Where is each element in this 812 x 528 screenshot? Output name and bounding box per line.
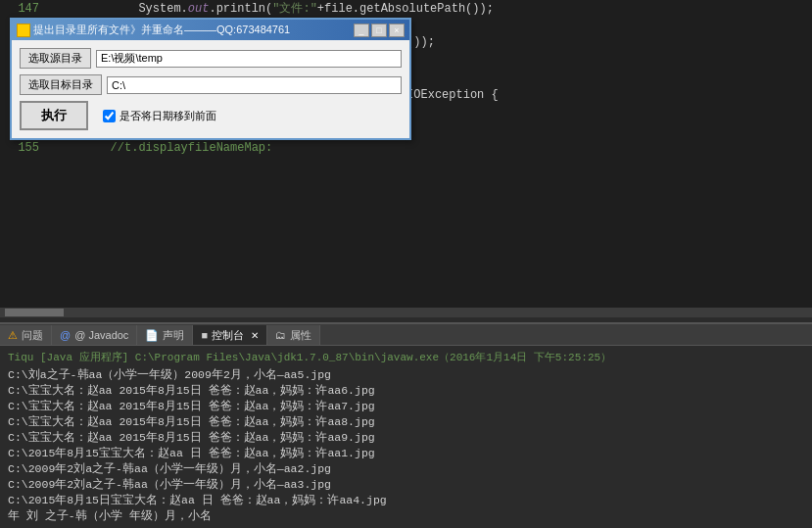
source-dir-input[interactable] bbox=[96, 50, 402, 68]
console-line-1: C:\宝宝大名：赵aa 2015年8月15日 爸爸：赵aa，妈妈：许aa6.jp… bbox=[8, 383, 804, 399]
console-output: Tiqu [Java 应用程序] C:\Program Files\Java\j… bbox=[0, 346, 812, 528]
tab-javadoc[interactable]: @ @ Javadoc bbox=[52, 325, 137, 345]
dialog-maximize-btn[interactable]: □ bbox=[371, 24, 387, 37]
tab-javadoc-label: @ Javadoc bbox=[74, 329, 128, 341]
line-number-155: 155 bbox=[0, 141, 49, 155]
console-line-9: 年 刘 之子-韩（小学 年级）月，小名 bbox=[8, 508, 804, 524]
dest-dir-input[interactable] bbox=[107, 76, 402, 94]
horizontal-scrollbar[interactable] bbox=[0, 308, 812, 317]
tab-properties-label: 属性 bbox=[290, 328, 311, 343]
dialog-app-icon bbox=[17, 24, 30, 37]
console-line-6: C:\2009年2刘a之子-韩aa（小学一年级）月，小名—aa2.jpg bbox=[8, 461, 804, 477]
dest-dir-row: 选取目标目录 bbox=[20, 74, 402, 95]
execute-row: 执行 是否将日期移到前面 bbox=[20, 101, 402, 130]
code-line-155: 155 //t.displayfileNameMap: bbox=[0, 141, 812, 159]
tab-properties[interactable]: 🗂 属性 bbox=[267, 325, 320, 345]
select-dest-btn[interactable]: 选取目标目录 bbox=[20, 74, 102, 95]
tab-console-close[interactable]: ✕ bbox=[251, 330, 259, 341]
dialog: 提出目录里所有文件》并重命名———QQ:673484761 _ □ × 选取源目… bbox=[10, 18, 411, 140]
code-line-147: 147 System.out.println("文件:"+file.getAbs… bbox=[0, 0, 812, 18]
dialog-window-controls: _ □ × bbox=[354, 24, 405, 37]
line-content-155: //t.displayfileNameMap: bbox=[49, 141, 812, 155]
dialog-minimize-btn[interactable]: _ bbox=[354, 24, 369, 37]
line-number-147: 147 bbox=[0, 2, 49, 16]
console-line-3: C:\宝宝大名：赵aa 2015年8月15日 爸爸：赵aa，妈妈：许aa8.jp… bbox=[8, 414, 804, 430]
line-content-147: System.out.println("文件:"+file.getAbsolut… bbox=[49, 0, 812, 17]
tab-bar: ⚠ 问题 @ @ Javadoc 📄 声明 ■ 控制台 ✕ 🗂 属性 bbox=[0, 324, 812, 346]
console-line-0: C:\刘a之子-韩aa（小学一年级）2009年2月，小名—aa5.jpg bbox=[8, 367, 804, 383]
tab-declaration-label: 声明 bbox=[163, 328, 184, 343]
console-line-7: C:\2009年2刘a之子-韩aa（小学一年级）月，小名—aa3.jpg bbox=[8, 477, 804, 493]
tab-problems[interactable]: ⚠ 问题 bbox=[0, 325, 52, 345]
console-icon: ■ bbox=[201, 329, 208, 341]
execute-btn[interactable]: 执行 bbox=[20, 101, 88, 130]
console-line-4: C:\宝宝大名：赵aa 2015年8月15日 爸爸：赵aa，妈妈：许aa9.jp… bbox=[8, 430, 804, 446]
date-checkbox[interactable] bbox=[103, 110, 116, 122]
dialog-close-btn[interactable]: × bbox=[389, 24, 405, 37]
date-checkbox-label: 是否将日期移到前面 bbox=[103, 109, 216, 123]
scrollbar-thumb bbox=[5, 309, 64, 316]
bottom-panel: ⚠ 问题 @ @ Javadoc 📄 声明 ■ 控制台 ✕ 🗂 属性 bbox=[0, 322, 812, 528]
console-header: Tiqu [Java 应用程序] C:\Program Files\Java\j… bbox=[8, 350, 804, 365]
tab-console[interactable]: ■ 控制台 ✕ bbox=[193, 325, 267, 345]
select-source-btn[interactable]: 选取源目录 bbox=[20, 48, 91, 69]
properties-icon: 🗂 bbox=[275, 329, 286, 341]
date-checkbox-text: 是否将日期移到前面 bbox=[119, 109, 216, 123]
declaration-icon: 📄 bbox=[145, 329, 159, 342]
dialog-titlebar: 提出目录里所有文件》并重命名———QQ:673484761 _ □ × bbox=[12, 20, 409, 40]
warning-icon: ⚠ bbox=[8, 329, 18, 342]
dialog-title-left: 提出目录里所有文件》并重命名———QQ:673484761 bbox=[17, 23, 290, 37]
console-line-8: C:\2015年8月15日宝宝大名：赵aa 日 爸爸：赵aa，妈妈：许aa4.j… bbox=[8, 493, 804, 508]
tab-problems-label: 问题 bbox=[22, 328, 43, 343]
javadoc-icon: @ bbox=[60, 329, 71, 341]
dialog-body: 选取源目录 选取目标目录 执行 是否将日期移到前面 bbox=[12, 40, 409, 138]
tab-declaration[interactable]: 📄 声明 bbox=[137, 325, 193, 345]
source-dir-row: 选取源目录 bbox=[20, 48, 402, 69]
dialog-title-text: 提出目录里所有文件》并重命名———QQ:673484761 bbox=[33, 23, 290, 37]
console-line-2: C:\宝宝大名：赵aa 2015年8月15日 爸爸：赵aa，妈妈：许aa7.jp… bbox=[8, 399, 804, 414]
console-line-5: C:\2015年8月15宝宝大名：赵aa 日 爸爸：赵aa，妈妈：许aa1.jp… bbox=[8, 446, 804, 461]
tab-console-label: 控制台 bbox=[212, 328, 244, 343]
